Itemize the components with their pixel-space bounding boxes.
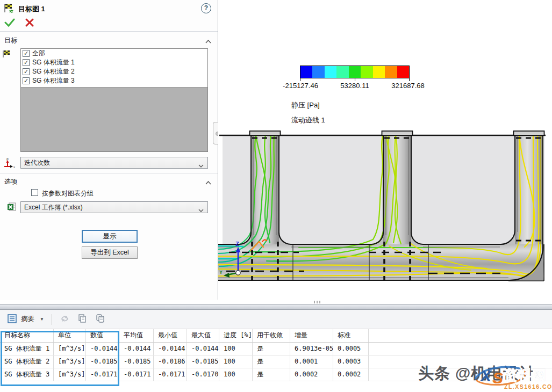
checkbox-checked-icon[interactable]: ✓ <box>23 77 30 84</box>
goals-section-header: 目标 <box>4 36 17 45</box>
goal-plot-icon <box>3 3 15 15</box>
cell: -0.0144 <box>187 343 219 355</box>
divider <box>0 31 218 32</box>
goal-item-label: 全部 <box>32 49 45 58</box>
chevron-down-icon <box>198 162 204 169</box>
panel-title: 目标图 1 <box>18 4 45 14</box>
pressure-colorbar <box>300 66 410 78</box>
checkbox-checked-icon[interactable]: ✓ <box>23 59 30 66</box>
checkbox-checked-icon[interactable]: ✓ <box>23 68 30 75</box>
refresh-icon[interactable] <box>60 314 70 325</box>
goal-item-label: SG 体积流量 1 <box>32 58 75 67</box>
collapse-chevron-icon[interactable] <box>205 179 211 186</box>
cell: -0.0185 <box>119 355 154 368</box>
group-by-parameter-label: 按参数对图表分组 <box>42 189 94 198</box>
summary-icon[interactable] <box>8 314 17 325</box>
svg-text:Y: Y <box>219 270 223 275</box>
cell: -0.0170 <box>187 368 219 381</box>
export-format-dropdown[interactable]: Excel 工作簿 (*.xlsx) <box>20 201 208 213</box>
svg-text:Z: Z <box>235 241 239 247</box>
legend-min-value: -215127.46 <box>283 82 318 90</box>
group-by-parameter-checkbox[interactable] <box>31 189 38 196</box>
column-header: 进度 [%] <box>219 329 253 342</box>
caret-down-icon[interactable]: ▼ <box>40 317 44 322</box>
help-icon[interactable]: ? <box>201 3 211 13</box>
flow-simulation-goal-plot-screen: 目标图 1 ? 目标 <box>0 0 552 392</box>
checkbox-checked-icon[interactable]: ✓ <box>23 50 30 57</box>
cell: 0.0002 <box>333 368 369 381</box>
cell: SG 体积流量 3 <box>0 368 54 381</box>
cell: [m^3/s] <box>54 368 86 381</box>
cell: 0.0005 <box>333 343 369 355</box>
column-header: 目标名称 <box>0 329 54 342</box>
cell: [m^3/s] <box>54 355 86 368</box>
cell: 100 <box>219 355 253 368</box>
pane-titlebar[interactable] <box>0 304 552 310</box>
abscissa-axis-icon: P x <box>2 157 16 171</box>
ok-button[interactable] <box>4 18 15 29</box>
cell: -0.0185 <box>86 355 119 368</box>
goal-item-3[interactable]: ✓ SG 体积流量 3 <box>21 76 207 85</box>
graphics-viewport[interactable]: Z Y -215127.46 53280.11 321687.68 静压 [Pa… <box>218 0 552 303</box>
goals-list: ✓ 全部 ✓ SG 体积流量 1 ✓ SG 体积流量 2 ✓ SG 体积流量 3 <box>20 48 208 152</box>
cancel-button[interactable] <box>25 18 34 29</box>
cell: 0.0003 <box>333 355 369 368</box>
cell-filler <box>369 343 552 355</box>
table-header-row: 目标名称 单位 数值 平均值 最小值 最大值 进度 [%] 用于收敛 增量 标准 <box>0 329 552 343</box>
results-toolbar: 摘要 ▼ <box>0 310 552 329</box>
summary-dropdown[interactable]: 摘要 <box>21 315 34 324</box>
abscissa-dropdown[interactable]: 迭代次数 <box>20 157 208 169</box>
column-header: 单位 <box>54 329 86 342</box>
legend-plot-label: 流动迹线 1 <box>291 115 325 125</box>
column-header: 用于收敛 <box>253 329 290 342</box>
abscissa-value: 迭代次数 <box>24 158 50 168</box>
cell: 0.0002 <box>290 368 333 381</box>
table-row[interactable]: SG 体积流量 1 [m^3/s] -0.0144 -0.0144 -0.014… <box>0 343 552 355</box>
cell: 0.0001 <box>290 355 333 368</box>
watermark: 头条 @机电设计 X S 资料网 ZL.XS1616.COM <box>413 357 552 392</box>
cell: 是 <box>253 368 290 381</box>
column-filler <box>369 329 552 342</box>
cell: -0.0171 <box>154 368 187 381</box>
goal-item-label: SG 体积流量 3 <box>32 76 75 85</box>
cell: -0.0186 <box>154 355 187 368</box>
copy-icon[interactable] <box>77 314 87 325</box>
cell: -0.0144 <box>154 343 187 355</box>
goals-flag-icon <box>2 49 11 60</box>
options-section-header: 选项 <box>4 177 17 186</box>
column-header: 标准 <box>333 329 369 342</box>
goal-item-label: SG 体积流量 2 <box>32 67 75 76</box>
column-header: 增量 <box>290 329 333 342</box>
column-header: 最大值 <box>187 329 219 342</box>
legend-mid-value: 53280.11 <box>340 82 369 90</box>
show-button[interactable]: 显示 <box>82 230 138 243</box>
svg-text:x: x <box>13 165 15 169</box>
cell: SG 体积流量 1 <box>0 343 54 355</box>
logo-xs-text: X <box>479 367 492 384</box>
cell: -0.0171 <box>86 368 119 381</box>
pane-resize-grip[interactable] <box>314 301 320 303</box>
legend-max-value: 321687.68 <box>391 82 424 90</box>
cell: 100 <box>219 343 253 355</box>
goal-plot-panel: 目标图 1 ? 目标 <box>0 0 218 303</box>
tick <box>409 78 410 81</box>
tick <box>300 78 300 81</box>
legend-parameter-label: 静压 [Pa] <box>291 100 320 110</box>
watermark-logo: X S 资料网 ZL.XS1616.COM <box>471 357 552 392</box>
cell: 100 <box>219 368 253 381</box>
cell: 6.9013e-05 <box>290 343 333 355</box>
cell: 是 <box>253 343 290 355</box>
cell: 是 <box>253 355 290 368</box>
svg-text:S: S <box>492 369 503 387</box>
copy-all-icon[interactable] <box>96 314 105 325</box>
goal-item-all[interactable]: ✓ 全部 <box>21 49 207 58</box>
logo-url-text: ZL.XS1616.COM <box>504 383 552 390</box>
cell: SG 体积流量 2 <box>0 355 54 368</box>
export-to-excel-button[interactable]: 导出到 Excel <box>82 246 138 259</box>
cell: -0.0185 <box>187 355 219 368</box>
goal-item-2[interactable]: ✓ SG 体积流量 2 <box>21 67 207 76</box>
tick <box>355 78 355 81</box>
collapse-chevron-icon[interactable] <box>205 38 211 45</box>
export-format-value: Excel 工作簿 (*.xlsx) <box>24 203 83 212</box>
goal-item-1[interactable]: ✓ SG 体积流量 1 <box>21 58 207 67</box>
